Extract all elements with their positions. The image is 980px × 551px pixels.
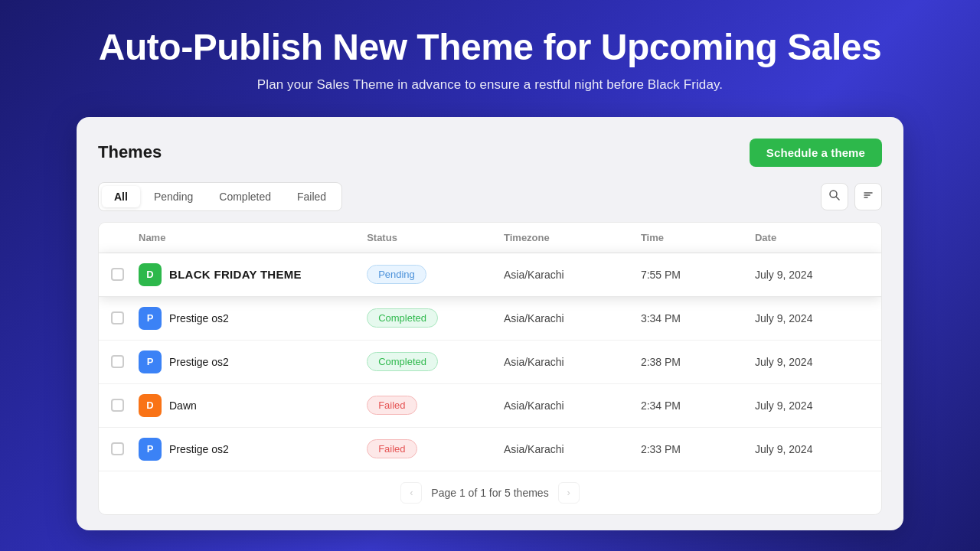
theme-time: 2:38 PM	[641, 356, 755, 368]
column-timezone: Timezone	[504, 232, 641, 243]
pagination-info: Page 1 of 1 for 5 themes	[431, 487, 548, 499]
theme-name-cell: P Prestige os2	[139, 307, 367, 330]
theme-avatar: D	[139, 394, 162, 417]
theme-name-cell: P Prestige os2	[139, 350, 367, 373]
pagination-next-button[interactable]: ›	[558, 482, 580, 504]
status-badge: Failed	[367, 396, 416, 415]
column-status: Status	[367, 232, 504, 243]
table-row: P Prestige os2 Failed Asia/Karachi 2:33 …	[99, 428, 881, 471]
sort-button[interactable]	[854, 183, 882, 210]
theme-status: Completed	[367, 352, 504, 371]
filter-tab-completed[interactable]: Completed	[207, 186, 283, 207]
hero-subtitle: Plan your Sales Theme in advance to ensu…	[99, 77, 881, 93]
table-row: D Dawn Failed Asia/Karachi 2:34 PM July …	[99, 384, 881, 428]
filter-tab-failed[interactable]: Failed	[285, 186, 338, 207]
table-row: P Prestige os2 Completed Asia/Karachi 2:…	[99, 341, 881, 384]
theme-date: July 9, 2024	[755, 269, 869, 281]
svg-line-1	[836, 197, 839, 200]
filter-tab-pending[interactable]: Pending	[142, 186, 205, 207]
themes-table: Name Status Timezone Time Date D BLACK F…	[98, 222, 882, 515]
filter-actions	[821, 183, 882, 210]
table-row: P Prestige os2 Completed Asia/Karachi 3:…	[99, 297, 881, 341]
theme-time: 2:33 PM	[641, 443, 755, 455]
column-date: Date	[755, 232, 869, 243]
theme-avatar: P	[139, 307, 162, 330]
pagination-prev-button[interactable]: ‹	[400, 482, 422, 504]
search-icon	[828, 189, 841, 204]
row-checkbox[interactable]	[111, 399, 124, 412]
row-checkbox[interactable]	[111, 355, 124, 368]
row-checkbox[interactable]	[111, 311, 124, 324]
theme-status: Completed	[367, 308, 504, 328]
theme-name-cell: P Prestige os2	[139, 438, 367, 461]
theme-date: July 9, 2024	[755, 399, 869, 412]
theme-name: BLACK FRIDAY THEME	[169, 268, 302, 281]
theme-time: 7:55 PM	[641, 269, 755, 281]
card-header: Themes Schedule a theme	[98, 139, 882, 167]
theme-time: 2:34 PM	[641, 399, 755, 412]
theme-timezone: Asia/Karachi	[504, 443, 641, 455]
card-title: Themes	[98, 142, 162, 162]
themes-card: Themes Schedule a theme All Pending Comp…	[77, 117, 903, 530]
table-body: D BLACK FRIDAY THEME Pending Asia/Karach…	[99, 253, 881, 471]
chevron-right-icon: ›	[567, 487, 570, 498]
table-row: D BLACK FRIDAY THEME Pending Asia/Karach…	[99, 253, 881, 297]
column-name: Name	[139, 232, 367, 243]
hero-title: Auto-Publish New Theme for Upcoming Sale…	[99, 28, 881, 68]
table-header: Name Status Timezone Time Date	[99, 223, 881, 253]
column-time: Time	[641, 232, 755, 243]
theme-name: Prestige os2	[169, 312, 229, 324]
theme-timezone: Asia/Karachi	[504, 269, 641, 281]
chevron-left-icon: ‹	[410, 487, 413, 498]
theme-name-cell: D BLACK FRIDAY THEME	[139, 263, 367, 286]
theme-avatar: P	[139, 438, 162, 461]
theme-name: Dawn	[169, 399, 197, 412]
row-checkbox[interactable]	[111, 268, 124, 281]
theme-name: Prestige os2	[169, 356, 229, 368]
status-badge: Completed	[367, 352, 438, 371]
sort-icon	[862, 189, 874, 204]
theme-time: 3:34 PM	[641, 312, 755, 324]
theme-name-cell: D Dawn	[139, 394, 367, 417]
status-badge: Completed	[367, 308, 438, 328]
theme-timezone: Asia/Karachi	[504, 312, 641, 324]
theme-date: July 9, 2024	[755, 312, 869, 324]
hero-section: Auto-Publish New Theme for Upcoming Sale…	[83, 0, 897, 108]
theme-timezone: Asia/Karachi	[504, 356, 641, 368]
theme-date: July 9, 2024	[755, 443, 869, 455]
theme-timezone: Asia/Karachi	[504, 399, 641, 412]
header-checkbox-spacer	[111, 232, 139, 243]
theme-date: July 9, 2024	[755, 356, 869, 368]
theme-status: Failed	[367, 439, 504, 458]
filter-tab-all[interactable]: All	[102, 186, 140, 207]
schedule-theme-button[interactable]: Schedule a theme	[750, 139, 882, 167]
pagination: ‹ Page 1 of 1 for 5 themes ›	[99, 471, 881, 514]
filter-bar: All Pending Completed Failed	[98, 182, 882, 211]
row-checkbox[interactable]	[111, 442, 124, 455]
theme-status: Failed	[367, 396, 504, 415]
theme-status: Pending	[367, 265, 504, 284]
status-badge: Failed	[367, 439, 416, 458]
status-badge: Pending	[367, 265, 426, 284]
theme-avatar: D	[139, 263, 162, 286]
theme-name: Prestige os2	[169, 443, 229, 455]
filter-tabs: All Pending Completed Failed	[98, 182, 342, 211]
search-button[interactable]	[821, 183, 848, 210]
theme-avatar: P	[139, 350, 162, 373]
